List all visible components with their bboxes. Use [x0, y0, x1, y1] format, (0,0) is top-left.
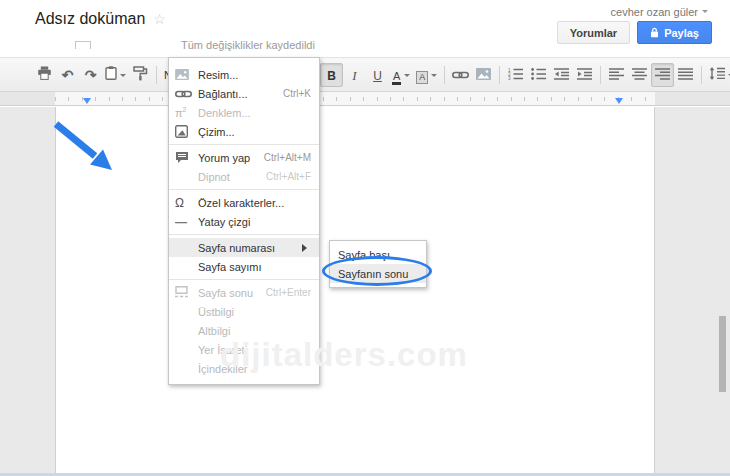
toolbar-button[interactable]: [102, 63, 129, 87]
share-button[interactable]: Paylaş: [637, 21, 712, 44]
separator: [169, 234, 319, 235]
vertical-scrollbar-thumb[interactable]: [719, 316, 726, 392]
menu-item[interactable]: Ω Özel karakterler...: [169, 193, 319, 212]
paste-icon: [105, 66, 117, 84]
align-right-icon: [655, 66, 670, 84]
toolbar-button[interactable]: [651, 63, 674, 87]
bold-icon: B: [327, 66, 336, 84]
highlight-color-icon: A: [416, 66, 428, 84]
menu-item[interactable]: Sayfa sayımı: [169, 257, 319, 276]
lock-icon: [650, 27, 659, 38]
toolbar-button[interactable]: [674, 63, 697, 87]
document-title[interactable]: Adsız doküman☆: [35, 10, 166, 28]
comments-button[interactable]: Yorumlar: [557, 21, 630, 44]
menu-item[interactable]: Çizim...: [169, 122, 319, 141]
menu-item[interactable]: Resim...: [169, 65, 319, 84]
toolbar-button[interactable]: [628, 63, 651, 87]
image-icon: [175, 69, 198, 80]
menu-item: Sayfa sonu Ctrl+Enter: [169, 283, 319, 302]
header-buttons: Yorumlar Paylaş: [557, 21, 712, 44]
line-spacing-icon: [709, 66, 725, 84]
user-name: cevher ozan güler: [611, 6, 698, 18]
menu-item: π2 Denklem...: [169, 103, 319, 122]
annotation-arrow: [48, 116, 120, 174]
separator: [499, 66, 500, 84]
toolbar-button[interactable]: 123: [504, 63, 527, 87]
page-break-icon: [175, 286, 198, 299]
ruler-page-section: [55, 92, 655, 105]
toolbar-button[interactable]: ↷: [79, 63, 102, 87]
user-menu[interactable]: cevher ozan güler: [611, 6, 708, 18]
separator: [444, 66, 445, 84]
separator: [169, 189, 319, 190]
toolbar-button[interactable]: [605, 63, 628, 87]
comment-icon: [175, 151, 198, 164]
insert-image-icon: [476, 66, 491, 84]
toolbar-button[interactable]: [33, 63, 56, 87]
menu-bar: [27, 41, 155, 49]
menubar-item[interactable]: [75, 41, 91, 49]
link-icon: [452, 66, 469, 84]
drawing-icon: [175, 125, 198, 138]
separator: [169, 144, 319, 145]
toolbar-button[interactable]: [449, 63, 472, 87]
italic-icon: I: [352, 66, 356, 84]
menubar-item[interactable]: [59, 41, 75, 49]
ruler: [0, 92, 730, 106]
document-page[interactable]: [55, 107, 655, 476]
menubar-item[interactable]: [123, 41, 139, 49]
toolbar-button[interactable]: [573, 63, 596, 87]
justify-icon: [678, 66, 693, 84]
separator: [156, 66, 157, 84]
paint-format-icon: [133, 66, 148, 85]
printer-icon: [37, 66, 52, 84]
watermark: dijitalders.com: [220, 336, 468, 374]
toolbar-button[interactable]: [129, 63, 152, 87]
separator: [169, 279, 319, 280]
link-icon: [175, 89, 198, 99]
separator: [701, 66, 702, 84]
toolbar-button[interactable]: B: [320, 63, 343, 87]
toolbar-button[interactable]: I: [343, 63, 366, 87]
menubar-item[interactable]: [107, 41, 123, 49]
svg-text:3: 3: [508, 76, 511, 80]
numbered-list-icon: 123: [508, 66, 523, 84]
separator: [600, 66, 601, 84]
menubar-item[interactable]: [91, 41, 107, 49]
toolbar-button[interactable]: [472, 63, 495, 87]
star-icon[interactable]: ☆: [153, 11, 166, 27]
toolbar-button[interactable]: [527, 63, 550, 87]
toolbar: ↶ ↷ Norm B: [0, 57, 730, 92]
menu-item[interactable]: Yorum yap Ctrl+Alt+M: [169, 148, 319, 167]
menubar-item[interactable]: [43, 41, 59, 49]
save-status[interactable]: Tüm değişiklikler kaydedildi: [181, 39, 315, 51]
toolbar-button[interactable]: U: [366, 63, 389, 87]
menubar-item[interactable]: [139, 41, 155, 49]
text-color-icon: A: [392, 66, 401, 84]
google-docs-window: Adsız doküman☆ cevher ozan güler Yorumla…: [0, 0, 730, 476]
submenu-arrow-icon: [302, 244, 311, 252]
toolbar-right-group: B I U A A: [320, 62, 730, 88]
equation-icon: π2: [175, 106, 198, 119]
document-title-text[interactable]: Adsız doküman: [35, 10, 145, 27]
align-left-icon: [609, 66, 624, 84]
menu-item[interactable]: — Yatay çizgi: [169, 212, 319, 231]
toolbar-button[interactable]: [706, 63, 730, 87]
toolbar-button[interactable]: A: [413, 63, 440, 87]
toolbar-button[interactable]: A: [389, 63, 413, 87]
menu-item: Dipnot Ctrl+Alt+F: [169, 167, 319, 186]
chevron-down-icon: [702, 10, 708, 16]
horizontal-line-icon: —: [175, 215, 198, 229]
undo-icon: ↶: [62, 66, 74, 84]
indent-icon: [577, 66, 592, 84]
toolbar-button[interactable]: ↶: [56, 63, 79, 87]
menu-item: Üstbilgi: [169, 302, 319, 321]
outdent-icon: [554, 66, 569, 84]
title-bar: Adsız doküman☆ cevher ozan güler Yorumla…: [0, 0, 730, 57]
toolbar-button[interactable]: [550, 63, 573, 87]
annotation-ellipse: [322, 256, 432, 286]
menu-item[interactable]: Sayfa numarası: [169, 238, 319, 257]
underline-icon: U: [373, 66, 382, 84]
menu-item[interactable]: Bağlantı... Ctrl+K: [169, 84, 319, 103]
menubar-item[interactable]: [27, 41, 43, 49]
